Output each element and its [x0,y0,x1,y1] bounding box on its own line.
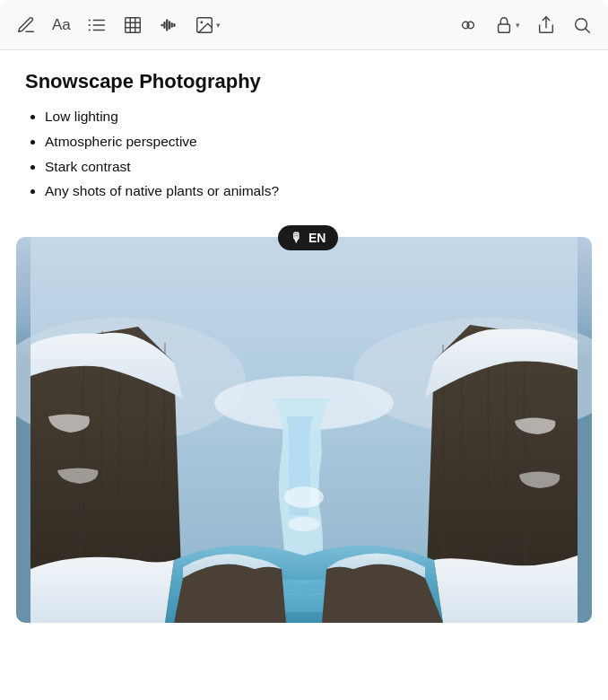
microphone-icon: 🎙 [291,231,303,245]
document-title: Snowscape Photography [25,70,583,93]
search-icon[interactable] [572,15,592,35]
svg-line-24 [586,29,589,32]
svg-rect-6 [126,17,141,32]
edit-icon[interactable] [16,15,36,35]
toolbar-right: ▾ [458,15,592,35]
font-icon[interactable]: Aa [52,16,71,34]
lock-dropdown-arrow: ▾ [516,21,520,30]
toolbar-left: Aa [16,15,221,35]
svg-point-23 [576,18,587,30]
svg-point-41 [284,486,324,508]
image-icon[interactable]: ▾ [195,15,221,35]
lock-icon[interactable]: ▾ [494,15,520,35]
svg-rect-21 [499,24,510,32]
svg-point-42 [288,517,320,531]
snowscape-photo [16,237,592,623]
list-item: Any shots of native plants or animals? [45,180,583,203]
image-dropdown-arrow: ▾ [216,21,221,30]
list-item: Low lighting [45,106,583,128]
snowscape-svg [16,237,592,623]
svg-point-3 [88,19,90,21]
audio-icon[interactable] [159,15,178,35]
list-item: Atmospheric perspective [45,131,583,153]
svg-point-5 [88,29,90,31]
share-icon[interactable] [536,15,556,35]
svg-point-4 [88,23,90,25]
list-icon[interactable] [87,15,107,35]
language-label: EN [308,231,326,245]
bullet-list: Low lighting Atmospheric perspective Sta… [25,106,583,203]
voice-language-pill[interactable]: 🎙 EN [278,225,338,250]
document-content: Snowscape Photography Low lighting Atmos… [0,50,608,226]
svg-point-18 [200,21,203,23]
list-item: Stark contrast [45,156,583,179]
table-icon[interactable] [123,15,143,35]
collab-icon[interactable] [458,15,478,35]
toolbar: Aa [0,0,608,50]
